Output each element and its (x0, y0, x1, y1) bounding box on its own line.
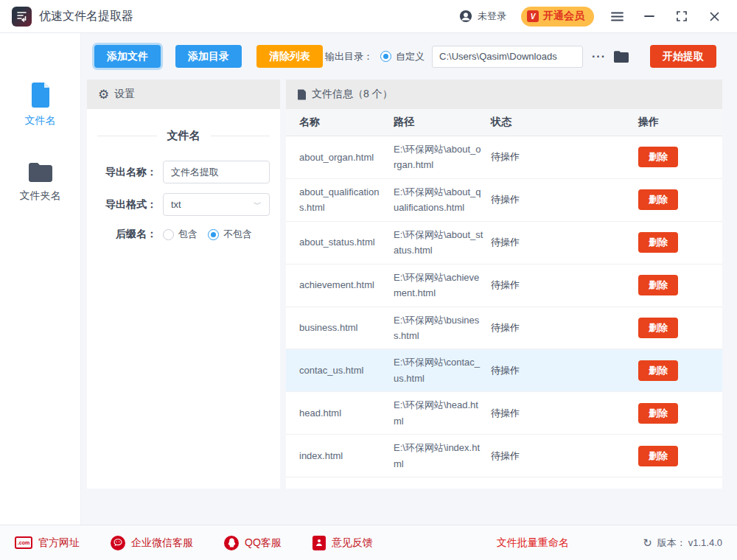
delete-button[interactable]: 删除 (638, 360, 678, 381)
file-path-cell: E:\环保网站\contac_us.html (394, 354, 491, 386)
delete-button[interactable]: 删除 (638, 446, 678, 466)
col-status: 状态 (491, 116, 638, 129)
open-vip-button[interactable]: V 开通会员 (521, 7, 594, 27)
suffix-radio-option[interactable]: 包含 (163, 228, 198, 241)
login-status: 未登录 (478, 10, 506, 23)
close-button[interactable] (705, 7, 724, 26)
file-path-cell: E:\环保网站\head.html (394, 397, 491, 429)
version-value: v1.1.4.0 (688, 537, 722, 548)
table-row[interactable]: about_organ.html E:\环保网站\about_organ.htm… (286, 136, 722, 179)
app-window: 优速文件名提取器 未登录 V 开通会员 (0, 0, 737, 560)
minimize-button[interactable] (640, 7, 659, 26)
export-format-label: 导出格式： (87, 198, 157, 211)
table-row[interactable]: achievement.html E:\环保网站\achievement.htm… (286, 265, 722, 307)
delete-button[interactable]: 删除 (638, 275, 678, 295)
settings-panel-header: ⚙ 设置 (87, 80, 280, 109)
table-row[interactable]: about_qualifications.html E:\环保网站\about_… (286, 179, 722, 222)
radio-icon (208, 229, 219, 240)
add-directory-button[interactable]: 添加目录 (175, 45, 242, 68)
file-name-cell: contac_us.html (299, 363, 394, 378)
user-account[interactable]: 未登录 (459, 10, 506, 23)
qq-support-link[interactable]: QQ客服 (224, 536, 282, 550)
col-path: 路径 (394, 116, 491, 129)
divider-line (97, 136, 157, 136)
file-icon (28, 82, 53, 108)
footer-bar: .com 官方网址 企业微信客服 QQ客服 意见反馈 文件批量重命名 ↻ 版本：… (0, 525, 737, 560)
col-action: 操作 (638, 116, 709, 129)
section-title-text: 文件名 (167, 129, 200, 143)
maximize-icon (677, 11, 687, 21)
table-column-header: 名称 路径 状态 操作 (286, 109, 722, 136)
radio-label: 包含 (178, 228, 198, 241)
suffix-radio-selected[interactable]: 不包含 (208, 228, 252, 241)
feedback-label: 意见反馈 (332, 536, 373, 550)
feedback-link[interactable]: 意见反馈 (312, 536, 373, 550)
export-format-select[interactable]: txt ﹀ (163, 193, 270, 216)
wechat-support-link[interactable]: 企业微信客服 (111, 536, 193, 550)
sidebar-item-label: 文件名 (25, 114, 56, 127)
menu-button[interactable] (607, 7, 626, 26)
file-name-cell: about_status.html (299, 234, 394, 250)
table-row[interactable]: about_status.html E:\环保网站\about_status.h… (286, 222, 722, 265)
file-name-cell: about_organ.html (299, 150, 394, 165)
title-bar: 优速文件名提取器 未登录 V 开通会员 (0, 0, 737, 33)
add-files-button[interactable]: 添加文件 (94, 45, 161, 68)
col-name: 名称 (299, 116, 394, 129)
version-label: 版本： (657, 536, 686, 550)
file-panel-header: 文件信息（8 个） (286, 80, 722, 109)
table-row[interactable]: head.html E:\环保网站\head.html 待操作 删除 (286, 392, 722, 435)
file-action-cell: 删除 (638, 403, 709, 424)
file-status-cell: 待操作 (491, 449, 638, 463)
qq-support-label: QQ客服 (245, 536, 282, 550)
delete-button[interactable]: 删除 (638, 232, 678, 253)
output-dir-label: 输出目录： (325, 50, 373, 63)
file-path-cell: E:\环保网站\achievement.html (394, 270, 491, 301)
output-path-input[interactable] (432, 46, 583, 68)
clear-list-button[interactable]: 清除列表 (256, 45, 323, 68)
maximize-button[interactable] (672, 7, 691, 26)
batch-rename-link[interactable]: 文件批量重命名 (497, 536, 569, 550)
table-row[interactable]: contac_us.html E:\环保网站\contac_us.html 待操… (286, 349, 722, 392)
delete-button[interactable]: 删除 (638, 147, 678, 167)
settings-header-label: 设置 (114, 88, 135, 101)
file-path-cell: E:\环保网站\about_organ.html (394, 141, 491, 173)
table-row[interactable]: business.html E:\环保网站\business.html 待操作 … (286, 307, 722, 350)
settings-form: 导出名称： 导出格式： txt ﹀ 后缀名： 包含不包含 (87, 161, 280, 241)
file-path-cell: E:\环保网站\about_status.html (394, 227, 491, 259)
document-icon (297, 89, 307, 100)
vip-icon: V (527, 10, 539, 22)
file-action-cell: 删除 (638, 189, 709, 210)
app-logo-icon (12, 7, 32, 27)
file-action-cell: 删除 (638, 147, 709, 167)
custom-dir-radio[interactable]: 自定义 (380, 50, 425, 63)
close-icon (710, 12, 719, 21)
qq-icon (224, 536, 239, 550)
user-icon (459, 10, 472, 23)
official-site-link[interactable]: .com 官方网址 (15, 536, 80, 550)
start-extract-button[interactable]: 开始提取 (650, 45, 716, 68)
file-action-cell: 删除 (638, 232, 709, 253)
browse-dots-button[interactable]: ··· (589, 50, 609, 63)
delete-button[interactable]: 删除 (638, 318, 678, 338)
export-name-input[interactable] (163, 161, 270, 183)
file-action-cell: 删除 (638, 318, 709, 338)
export-format-value: txt (171, 199, 181, 210)
table-row[interactable]: index.html E:\环保网站\index.html 待操作 删除 (286, 435, 722, 477)
refresh-icon[interactable]: ↻ (643, 536, 652, 550)
delete-button[interactable]: 删除 (638, 403, 678, 424)
file-status-cell: 待操作 (491, 407, 638, 420)
file-status-cell: 待操作 (491, 279, 638, 292)
file-status-cell: 待操作 (491, 321, 638, 335)
file-status-cell: 待操作 (491, 364, 638, 377)
sidebar-item-label: 文件夹名 (20, 189, 61, 203)
file-name-cell: index.html (299, 448, 394, 463)
minimize-icon (644, 15, 654, 18)
sidebar-item-file-name[interactable]: 文件名 (25, 82, 56, 127)
folder-icon (613, 50, 629, 63)
delete-button[interactable]: 删除 (638, 189, 678, 210)
open-folder-button[interactable] (613, 50, 629, 63)
chevron-down-icon: ﹀ (254, 199, 262, 210)
sidebar-item-folder-name[interactable]: 文件夹名 (20, 161, 61, 203)
file-info-panel: 文件信息（8 个） 名称 路径 状态 操作 about_organ.html E… (286, 80, 722, 489)
gear-icon: ⚙ (98, 88, 109, 101)
